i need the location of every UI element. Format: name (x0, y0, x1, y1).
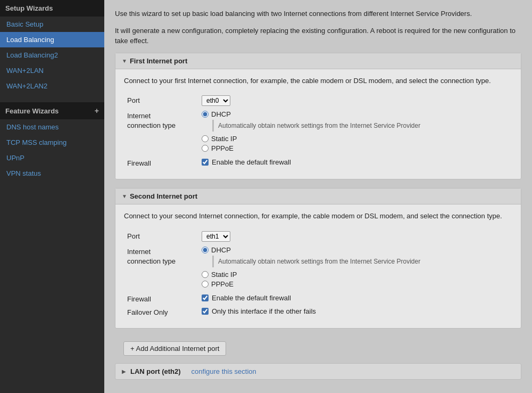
sidebar-item-tcp-mss-clamping[interactable]: TCP MSS clamping (0, 135, 104, 150)
feature-wizards-title: Feature Wizards (5, 107, 59, 115)
intro-text-2: It will generate a new configuration, co… (115, 26, 521, 46)
second-connection-type-options: DHCP Automatically obtain network settin… (198, 244, 512, 292)
first-static-ip-label[interactable]: Static IP (211, 135, 237, 143)
sidebar-item-load-balancing2[interactable]: Load Balancing2 (0, 47, 104, 63)
second-static-ip-label[interactable]: Static IP (211, 271, 237, 279)
add-port-btn-label: + Add Additional Internet port (130, 345, 219, 353)
lan-port-title: LAN port (eth2) (130, 367, 181, 375)
second-dhcp-note: Automatically obtain network settings fr… (212, 256, 509, 267)
sidebar-item-wan2lan[interactable]: WAN+2LAN (0, 63, 104, 78)
first-port-header[interactable]: ▼ First Internet port (115, 53, 521, 69)
second-port-select-cell: eth0 eth1 eth2 eth3 (198, 229, 512, 244)
first-pppoe-radio-row: PPPoE (202, 144, 509, 152)
second-port-label: Port (124, 229, 198, 244)
add-additional-internet-port-button[interactable]: + Add Additional Internet port (123, 341, 226, 356)
second-firewall-label: Firewall (124, 292, 198, 305)
first-pppoe-radio[interactable] (202, 145, 209, 152)
second-firewall-cell: Enable the default firewall (198, 292, 512, 305)
sidebar: Setup Wizards Basic Setup Load Balancing… (0, 0, 104, 393)
first-static-ip-radio-row: Static IP (202, 135, 509, 143)
second-connection-type-label: Internetconnection type (124, 244, 198, 292)
second-port-row: Port eth0 eth1 eth2 eth3 (124, 229, 512, 244)
sidebar-item-dns-host-names[interactable]: DNS host names (0, 119, 104, 135)
first-port-description: Connect to your first Internet connectio… (124, 76, 512, 86)
second-pppoe-label[interactable]: PPPoE (211, 280, 234, 288)
first-connection-type-row: Internetconnection type DHCP Automatical… (124, 108, 512, 156)
first-dhcp-radio[interactable] (202, 111, 209, 118)
setup-wizards-title: Setup Wizards (5, 4, 53, 12)
second-failover-cell: Only this interface if the other fails (198, 305, 512, 318)
first-pppoe-label[interactable]: PPPoE (211, 144, 234, 152)
first-port-section: ▼ First Internet port Connect to your fi… (115, 53, 521, 180)
sidebar-item-load-balancing[interactable]: Load Balancing (0, 32, 104, 47)
feature-wizards-header: Feature Wizards + (0, 102, 104, 119)
first-dhcp-label[interactable]: DHCP (211, 110, 231, 118)
second-static-ip-radio[interactable] (202, 271, 209, 278)
second-failover-checkbox-label[interactable]: Only this interface if the other fails (212, 307, 316, 315)
second-failover-row: Failover Only Only this interface if the… (124, 305, 512, 318)
first-firewall-checkbox[interactable] (202, 159, 209, 166)
second-failover-checkbox-row: Only this interface if the other fails (202, 307, 509, 315)
second-port-header[interactable]: ▼ Second Internet port (115, 189, 521, 204)
second-firewall-checkbox[interactable] (202, 294, 209, 301)
first-firewall-label: Firewall (124, 156, 198, 169)
sidebar-item-upnp[interactable]: UPnP (0, 150, 104, 166)
second-pppoe-radio-row: PPPoE (202, 280, 509, 288)
second-failover-label: Failover Only (124, 305, 198, 318)
first-port-select[interactable]: eth0 eth1 eth2 eth3 (202, 95, 230, 106)
second-connection-type-row: Internetconnection type DHCP Automatical… (124, 244, 512, 292)
second-port-form: Port eth0 eth1 eth2 eth3 Internetconnect… (124, 229, 512, 318)
second-dhcp-label[interactable]: DHCP (211, 246, 231, 254)
sidebar-item-vpn-status[interactable]: VPN status (0, 166, 104, 181)
second-firewall-checkbox-label[interactable]: Enable the default firewall (212, 294, 291, 302)
second-pppoe-radio[interactable] (202, 281, 209, 288)
first-static-ip-radio[interactable] (202, 135, 209, 142)
first-port-body: Connect to your first Internet connectio… (115, 69, 521, 172)
lan-section-collapse-icon: ▶ (122, 369, 126, 374)
first-firewall-row: Firewall Enable the default firewall (124, 156, 512, 169)
second-port-select[interactable]: eth0 eth1 eth2 eth3 (202, 231, 230, 242)
first-port-title: First Internet port (130, 57, 187, 65)
first-firewall-cell: Enable the default firewall (198, 156, 512, 169)
second-static-ip-radio-row: Static IP (202, 271, 509, 279)
feature-wizards-add-icon[interactable]: + (95, 107, 99, 115)
second-port-body: Connect to your second Internet connecti… (115, 204, 521, 321)
second-port-section: ▼ Second Internet port Connect to your s… (115, 188, 521, 329)
first-connection-type-label: Internetconnection type (124, 108, 198, 156)
lan-configure-link[interactable]: configure this section (192, 367, 256, 375)
sidebar-item-basic-setup[interactable]: Basic Setup (0, 17, 104, 32)
second-port-title: Second Internet port (130, 192, 197, 200)
intro-text-1: Use this wizard to set up basic load bal… (115, 9, 521, 19)
first-port-select-cell: eth0 eth1 eth2 eth3 (198, 93, 512, 108)
first-port-collapse-icon: ▼ (122, 58, 127, 64)
first-port-form: Port eth0 eth1 eth2 eth3 Internetconnect… (124, 93, 512, 169)
first-dhcp-radio-row: DHCP (202, 110, 509, 118)
first-port-label: Port (124, 93, 198, 108)
first-dhcp-note: Automatically obtain network settings fr… (212, 120, 509, 132)
first-firewall-checkbox-row: Enable the default firewall (202, 158, 509, 166)
lan-port-section: ▶ LAN port (eth2) configure this section (115, 363, 521, 380)
first-connection-type-options: DHCP Automatically obtain network settin… (198, 108, 512, 156)
second-firewall-row: Firewall Enable the default firewall (124, 292, 512, 305)
second-port-collapse-icon: ▼ (122, 193, 127, 199)
first-port-row: Port eth0 eth1 eth2 eth3 (124, 93, 512, 108)
first-firewall-checkbox-label[interactable]: Enable the default firewall (212, 158, 291, 166)
second-firewall-checkbox-row: Enable the default firewall (202, 294, 509, 302)
second-dhcp-radio-row: DHCP (202, 246, 509, 254)
setup-wizards-header: Setup Wizards (0, 0, 104, 17)
second-failover-checkbox[interactable] (202, 308, 209, 315)
second-dhcp-radio[interactable] (202, 247, 209, 253)
second-port-description: Connect to your second Internet connecti… (124, 211, 512, 222)
main-content: Use this wizard to set up basic load bal… (104, 0, 532, 393)
sidebar-item-wan2lan2[interactable]: WAN+2LAN2 (0, 78, 104, 94)
